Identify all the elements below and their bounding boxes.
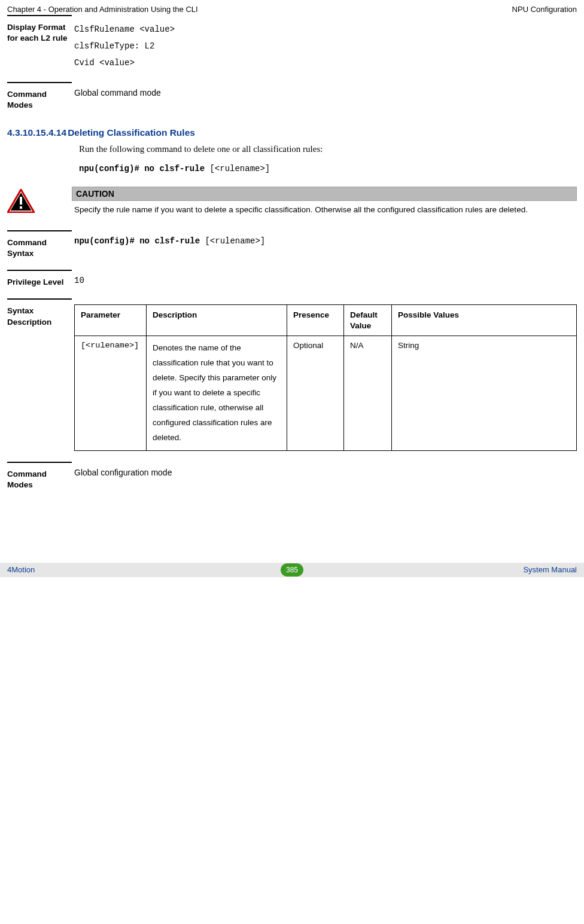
section-number: 4.3.10.15.4.14 <box>7 127 66 138</box>
syntax-description-row: Syntax Description Parameter Description… <box>7 298 577 451</box>
page-number-chip: 385 <box>281 563 303 577</box>
display-format-row: Display Format for each L2 rule ClsfRule… <box>7 15 577 71</box>
td-default: N/A <box>344 336 392 451</box>
display-format-line: Cvid <value> <box>74 54 577 71</box>
svg-rect-2 <box>20 197 22 205</box>
command-modes-row: Command Modes Global command mode <box>7 82 577 111</box>
display-format-line: ClsfRulename <value> <box>74 21 577 38</box>
command-syntax-row: Command Syntax npu(config)# no clsf-rule… <box>7 230 577 259</box>
caution-block: CAUTION Specify the rule name if you wan… <box>7 187 577 215</box>
th-parameter: Parameter <box>75 305 147 336</box>
svg-rect-3 <box>20 206 22 209</box>
command-line: npu(config)# no clsf-rule [<rulename>] <box>79 164 577 173</box>
display-format-label: Display Format for each L2 rule <box>7 15 72 71</box>
command-modes-value: Global command mode <box>72 82 577 111</box>
command-syntax-bold: npu(config)# no clsf-rule <box>74 236 200 246</box>
td-description: Denotes the name of the classification r… <box>147 336 287 451</box>
table-header-row: Parameter Description Presence Default V… <box>75 305 577 336</box>
syntax-description-value: Parameter Description Presence Default V… <box>72 298 577 451</box>
footer-left: 4Motion <box>7 565 35 574</box>
caution-icon-cell <box>7 187 72 215</box>
syntax-table: Parameter Description Presence Default V… <box>74 304 577 451</box>
caution-label: CAUTION <box>72 187 577 201</box>
td-presence: Optional <box>287 336 344 451</box>
th-default: Default Value <box>344 305 392 336</box>
footer-right: System Manual <box>523 565 577 574</box>
footer-bar: 4Motion 385 System Manual <box>0 563 584 577</box>
th-possible: Possible Values <box>392 305 577 336</box>
table-row: [<rulename>] Denotes the name of the cla… <box>75 336 577 451</box>
header-left: Chapter 4 - Operation and Administration… <box>7 5 198 14</box>
section-title: Deleting Classification Rules <box>68 127 195 138</box>
th-presence: Presence <box>287 305 344 336</box>
command-syntax-rest: [<rulename>] <box>200 236 265 246</box>
privilege-level-value: 10 <box>72 270 577 288</box>
privilege-level-row: Privilege Level 10 <box>7 270 577 288</box>
caution-body: CAUTION Specify the rule name if you wan… <box>72 187 577 215</box>
command-modes-label: Command Modes <box>7 462 72 490</box>
command-modes-label: Command Modes <box>7 82 72 111</box>
command-syntax-label: Command Syntax <box>7 230 72 259</box>
command-rest: [<rulename>] <box>205 164 270 173</box>
syntax-description-label: Syntax Description <box>7 298 72 451</box>
command-modes-value: Global configuration mode <box>72 462 577 490</box>
header-right: NPU Configuration <box>512 5 577 14</box>
command-bold: npu(config)# no clsf-rule <box>79 164 205 173</box>
privilege-level-label: Privilege Level <box>7 270 72 288</box>
display-format-value: ClsfRulename <value> clsfRuleType: L2 Cv… <box>72 15 577 71</box>
warning-icon <box>7 189 35 213</box>
section-heading: 4.3.10.15.4.14Deleting Classification Ru… <box>7 127 577 138</box>
display-format-line: clsfRuleType: L2 <box>74 38 577 54</box>
page-header: Chapter 4 - Operation and Administration… <box>0 0 584 15</box>
caution-text: Specify the rule name if you want to del… <box>72 201 577 215</box>
th-description: Description <box>147 305 287 336</box>
td-parameter: [<rulename>] <box>75 336 147 451</box>
td-possible: String <box>392 336 577 451</box>
section-intro: Run the following command to delete one … <box>79 144 577 154</box>
command-syntax-value: npu(config)# no clsf-rule [<rulename>] <box>72 230 577 259</box>
command-modes-row: Command Modes Global configuration mode <box>7 462 577 490</box>
